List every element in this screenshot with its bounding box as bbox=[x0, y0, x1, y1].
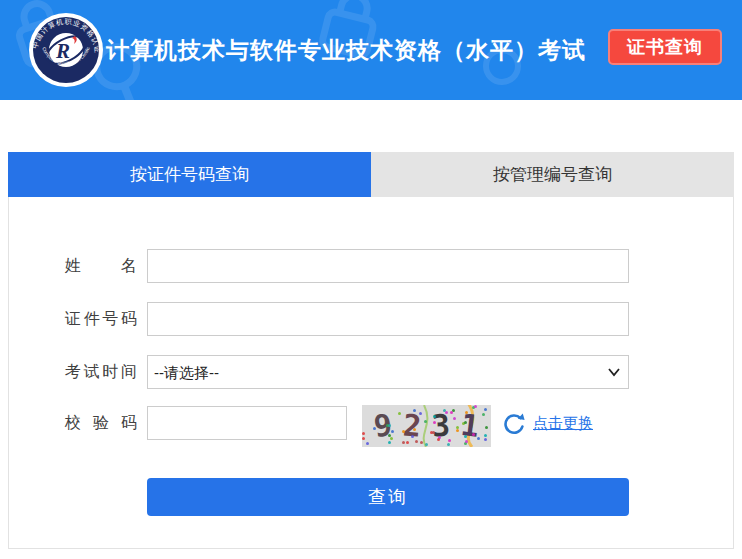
tab-query-by-admin-number[interactable]: 按管理编号查询 bbox=[371, 152, 734, 197]
refresh-icon bbox=[502, 412, 526, 436]
id-number-input[interactable] bbox=[147, 302, 629, 336]
page-header: R 中国计算机职业资格认证 Computer Qualification Cer… bbox=[0, 0, 742, 100]
exam-time-label: 考试时间 bbox=[65, 355, 137, 389]
exam-time-select-wrap: --请选择-- bbox=[147, 355, 629, 389]
exam-logo: R 中国计算机职业资格认证 Computer Qualification Cer… bbox=[28, 12, 104, 88]
id-number-label: 证件号码 bbox=[65, 302, 137, 336]
tab-query-by-id-number[interactable]: 按证件号码查询 bbox=[8, 152, 371, 197]
page-title: 计算机技术与软件专业技术资格（水平）考试 bbox=[106, 0, 586, 100]
query-tabs: 按证件号码查询 按管理编号查询 bbox=[8, 152, 734, 197]
captcha-image[interactable]: 9 2 3 1 bbox=[362, 405, 491, 447]
certificate-query-button[interactable]: 证书查询 bbox=[608, 29, 722, 65]
captcha-change-link[interactable]: 点击更换 bbox=[533, 414, 593, 433]
captcha-input[interactable] bbox=[147, 406, 347, 440]
exam-time-select[interactable]: --请选择-- bbox=[147, 355, 629, 389]
captcha-label: 校 验 码 bbox=[65, 406, 137, 440]
query-form-panel: 姓 名 证件号码 考试时间 --请选择-- 校 验 码 9 2 bbox=[8, 197, 734, 549]
captcha-digits: 9 2 3 1 bbox=[362, 405, 491, 447]
query-submit-button[interactable]: 查询 bbox=[147, 478, 629, 516]
name-input[interactable] bbox=[147, 249, 629, 283]
name-label: 姓 名 bbox=[65, 249, 137, 283]
captcha-refresh-button[interactable] bbox=[501, 412, 527, 438]
